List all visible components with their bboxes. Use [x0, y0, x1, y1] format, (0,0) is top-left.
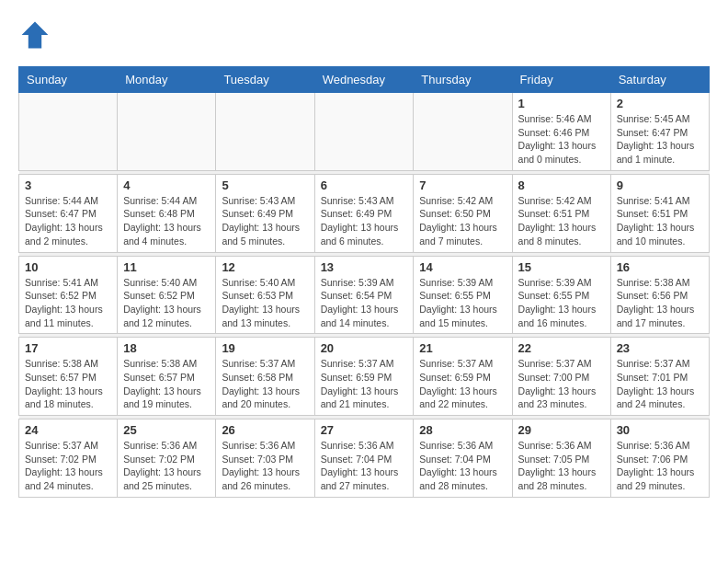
day-info: Sunrise: 5:46 AM Sunset: 6:46 PM Dayligh… [518, 112, 605, 167]
calendar-cell: 9Sunrise: 5:41 AM Sunset: 6:51 PM Daylig… [610, 174, 709, 252]
calendar-cell: 3Sunrise: 5:44 AM Sunset: 6:47 PM Daylig… [19, 174, 118, 252]
calendar-cell: 23Sunrise: 5:37 AM Sunset: 7:01 PM Dayli… [610, 338, 709, 416]
calendar-cell: 17Sunrise: 5:38 AM Sunset: 6:57 PM Dayli… [19, 338, 118, 416]
day-number: 22 [518, 341, 605, 355]
day-number: 19 [222, 341, 308, 355]
day-number: 9 [617, 178, 703, 192]
weekday-header: Monday [118, 67, 216, 93]
calendar-cell: 13Sunrise: 5:39 AM Sunset: 6:54 PM Dayli… [314, 256, 414, 334]
day-info: Sunrise: 5:45 AM Sunset: 6:47 PM Dayligh… [617, 112, 703, 167]
calendar-cell: 19Sunrise: 5:37 AM Sunset: 6:58 PM Dayli… [216, 338, 314, 416]
day-number: 15 [518, 260, 605, 274]
calendar-cell: 25Sunrise: 5:36 AM Sunset: 7:02 PM Dayli… [118, 419, 216, 498]
calendar-table: SundayMondayTuesdayWednesdayThursdayFrid… [18, 66, 710, 498]
calendar-cell: 26Sunrise: 5:36 AM Sunset: 7:03 PM Dayli… [216, 419, 314, 498]
logo [18, 18, 57, 52]
day-info: Sunrise: 5:36 AM Sunset: 7:06 PM Dayligh… [617, 439, 703, 493]
calendar-cell: 20Sunrise: 5:37 AM Sunset: 6:59 PM Dayli… [314, 338, 414, 416]
day-number: 4 [123, 178, 210, 192]
day-info: Sunrise: 5:36 AM Sunset: 7:03 PM Dayligh… [222, 439, 308, 493]
day-number: 29 [518, 423, 605, 437]
weekday-header: Wednesday [314, 67, 414, 93]
day-number: 27 [321, 423, 408, 437]
calendar-week-row: 10Sunrise: 5:41 AM Sunset: 6:52 PM Dayli… [19, 256, 710, 334]
day-info: Sunrise: 5:42 AM Sunset: 6:50 PM Dayligh… [419, 194, 506, 248]
day-info: Sunrise: 5:39 AM Sunset: 6:54 PM Dayligh… [321, 276, 408, 330]
day-number: 11 [123, 260, 210, 274]
day-info: Sunrise: 5:41 AM Sunset: 6:52 PM Dayligh… [25, 276, 111, 330]
calendar-cell: 21Sunrise: 5:37 AM Sunset: 6:59 PM Dayli… [414, 338, 512, 416]
calendar-cell: 16Sunrise: 5:38 AM Sunset: 6:56 PM Dayli… [610, 256, 709, 334]
calendar-cell: 1Sunrise: 5:46 AM Sunset: 6:46 PM Daylig… [512, 93, 610, 171]
day-number: 1 [518, 97, 605, 110]
calendar-header-row: SundayMondayTuesdayWednesdayThursdayFrid… [19, 67, 710, 93]
day-number: 30 [617, 423, 703, 437]
day-number: 6 [321, 178, 408, 192]
weekday-header: Friday [512, 67, 610, 93]
day-number: 18 [123, 341, 210, 355]
calendar-cell: 10Sunrise: 5:41 AM Sunset: 6:52 PM Dayli… [19, 256, 118, 334]
day-info: Sunrise: 5:36 AM Sunset: 7:02 PM Dayligh… [123, 439, 210, 493]
day-info: Sunrise: 5:43 AM Sunset: 6:49 PM Dayligh… [321, 194, 408, 248]
calendar-cell: 28Sunrise: 5:36 AM Sunset: 7:04 PM Dayli… [414, 419, 512, 498]
day-info: Sunrise: 5:43 AM Sunset: 6:49 PM Dayligh… [222, 194, 308, 248]
day-info: Sunrise: 5:40 AM Sunset: 6:52 PM Dayligh… [123, 276, 210, 330]
calendar-cell: 15Sunrise: 5:39 AM Sunset: 6:55 PM Dayli… [512, 256, 610, 334]
day-info: Sunrise: 5:37 AM Sunset: 7:00 PM Dayligh… [518, 357, 605, 411]
day-number: 2 [617, 97, 703, 110]
calendar-cell: 27Sunrise: 5:36 AM Sunset: 7:04 PM Dayli… [314, 419, 414, 498]
calendar-week-row: 3Sunrise: 5:44 AM Sunset: 6:47 PM Daylig… [19, 174, 710, 252]
calendar-cell: 14Sunrise: 5:39 AM Sunset: 6:55 PM Dayli… [414, 256, 512, 334]
day-number: 20 [321, 341, 408, 355]
day-number: 12 [222, 260, 308, 274]
weekday-header: Thursday [414, 67, 512, 93]
calendar-cell [118, 93, 216, 171]
day-number: 16 [617, 260, 703, 274]
day-info: Sunrise: 5:44 AM Sunset: 6:47 PM Dayligh… [25, 194, 111, 248]
day-info: Sunrise: 5:38 AM Sunset: 6:56 PM Dayligh… [617, 276, 703, 330]
day-info: Sunrise: 5:40 AM Sunset: 6:53 PM Dayligh… [222, 276, 308, 330]
day-number: 17 [25, 341, 111, 355]
day-number: 24 [25, 423, 111, 437]
calendar-cell: 29Sunrise: 5:36 AM Sunset: 7:05 PM Dayli… [512, 419, 610, 498]
day-number: 3 [25, 178, 111, 192]
calendar-cell: 12Sunrise: 5:40 AM Sunset: 6:53 PM Dayli… [216, 256, 314, 334]
day-info: Sunrise: 5:37 AM Sunset: 7:02 PM Dayligh… [25, 439, 111, 493]
weekday-header: Tuesday [216, 67, 314, 93]
page-header [18, 18, 710, 52]
day-info: Sunrise: 5:37 AM Sunset: 6:58 PM Dayligh… [222, 357, 308, 411]
calendar-cell: 2Sunrise: 5:45 AM Sunset: 6:47 PM Daylig… [610, 93, 709, 171]
calendar-cell: 4Sunrise: 5:44 AM Sunset: 6:48 PM Daylig… [118, 174, 216, 252]
calendar-week-row: 17Sunrise: 5:38 AM Sunset: 6:57 PM Dayli… [19, 338, 710, 416]
day-info: Sunrise: 5:42 AM Sunset: 6:51 PM Dayligh… [518, 194, 605, 248]
calendar-cell: 8Sunrise: 5:42 AM Sunset: 6:51 PM Daylig… [512, 174, 610, 252]
logo-icon [18, 18, 51, 52]
day-number: 5 [222, 178, 308, 192]
calendar-cell: 7Sunrise: 5:42 AM Sunset: 6:50 PM Daylig… [414, 174, 512, 252]
day-info: Sunrise: 5:37 AM Sunset: 6:59 PM Dayligh… [419, 357, 506, 411]
day-number: 14 [419, 260, 506, 274]
day-number: 7 [419, 178, 506, 192]
day-info: Sunrise: 5:44 AM Sunset: 6:48 PM Dayligh… [123, 194, 210, 248]
day-info: Sunrise: 5:39 AM Sunset: 6:55 PM Dayligh… [518, 276, 605, 330]
calendar-cell: 11Sunrise: 5:40 AM Sunset: 6:52 PM Dayli… [118, 256, 216, 334]
day-number: 28 [419, 423, 506, 437]
calendar-cell [216, 93, 314, 171]
day-info: Sunrise: 5:37 AM Sunset: 7:01 PM Dayligh… [617, 357, 703, 411]
weekday-header: Saturday [610, 67, 709, 93]
svg-marker-0 [22, 22, 49, 49]
weekday-header: Sunday [19, 67, 118, 93]
calendar-cell: 18Sunrise: 5:38 AM Sunset: 6:57 PM Dayli… [118, 338, 216, 416]
day-info: Sunrise: 5:36 AM Sunset: 7:04 PM Dayligh… [321, 439, 408, 493]
day-number: 8 [518, 178, 605, 192]
day-info: Sunrise: 5:38 AM Sunset: 6:57 PM Dayligh… [25, 357, 111, 411]
day-number: 21 [419, 341, 506, 355]
calendar-cell: 22Sunrise: 5:37 AM Sunset: 7:00 PM Dayli… [512, 338, 610, 416]
day-info: Sunrise: 5:36 AM Sunset: 7:05 PM Dayligh… [518, 439, 605, 493]
day-number: 10 [25, 260, 111, 274]
day-number: 13 [321, 260, 408, 274]
calendar-cell [414, 93, 512, 171]
calendar-cell [19, 93, 118, 171]
day-number: 26 [222, 423, 308, 437]
calendar-week-row: 24Sunrise: 5:37 AM Sunset: 7:02 PM Dayli… [19, 419, 710, 498]
